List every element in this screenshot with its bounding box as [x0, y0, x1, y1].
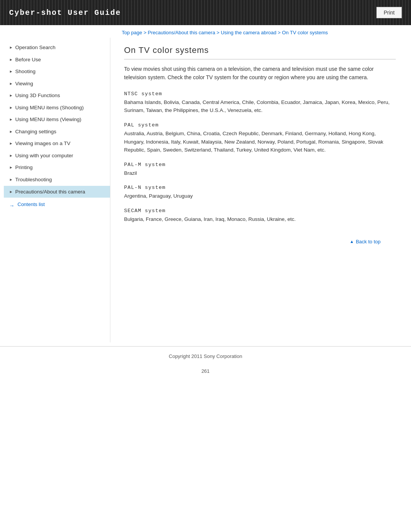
- palm-system-name: PAL-M system: [124, 162, 396, 168]
- chevron-right-icon: ►: [9, 117, 13, 122]
- sidebar-item-label: Shooting: [15, 68, 106, 75]
- sidebar-item-menu-viewing[interactable]: ► Using MENU items (Viewing): [4, 113, 110, 126]
- chevron-right-icon: ►: [9, 153, 13, 158]
- ntsc-system-countries: Bahama Islands, Bolivia, Canada, Central…: [124, 98, 396, 115]
- pal-system-block: PAL system Australia, Austria, Belgium, …: [124, 122, 396, 154]
- sidebar-item-label: Using MENU items (Shooting): [15, 104, 106, 111]
- chevron-right-icon: ►: [9, 189, 13, 194]
- sidebar-item-viewing[interactable]: ► Viewing: [4, 78, 110, 90]
- sidebar-item-troubleshooting[interactable]: ► Troubleshooting: [4, 174, 110, 186]
- palm-system-block: PAL-M system Brazil: [124, 162, 396, 177]
- sidebar-item-shooting[interactable]: ► Shooting: [4, 66, 110, 78]
- sidebar-item-label: Viewing: [15, 80, 106, 87]
- chevron-right-icon: ►: [9, 57, 13, 62]
- breadcrumb-precautions[interactable]: Precautions/About this camera: [148, 30, 215, 35]
- breadcrumb-top-page[interactable]: Top page: [122, 30, 142, 35]
- sidebar-item-label: Using 3D Functions: [15, 92, 106, 99]
- footer: Copyright 2011 Sony Corporation: [0, 346, 411, 363]
- sidebar-item-label: Operation Search: [15, 44, 106, 51]
- ntsc-system-block: NTSC system Bahama Islands, Bolivia, Can…: [124, 91, 396, 115]
- sidebar-item-printing[interactable]: ► Printing: [4, 161, 110, 174]
- sidebar-item-label: Troubleshooting: [15, 176, 106, 183]
- paln-system-name: PAL-N system: [124, 185, 396, 190]
- chevron-right-icon: ►: [9, 129, 13, 134]
- sidebar-item-menu-shooting[interactable]: ► Using MENU items (Shooting): [4, 102, 110, 114]
- header: Cyber-shot User Guide Print: [0, 0, 411, 25]
- secam-system-block: SECAM system Bulgaria, France, Greece, G…: [124, 208, 396, 224]
- print-button[interactable]: Print: [376, 7, 402, 18]
- sidebar-item-before-use[interactable]: ► Before Use: [4, 54, 110, 66]
- sidebar-item-label: Precautions/About this camera: [15, 189, 106, 195]
- secam-system-name: SECAM system: [124, 208, 396, 214]
- chevron-right-icon: ►: [9, 93, 13, 98]
- paln-system-block: PAL-N system Argentina, Paraguay, Urugua…: [124, 185, 396, 200]
- sidebar-item-label: Using with your computer: [15, 152, 106, 159]
- back-to-top-link[interactable]: Back to top: [350, 239, 381, 244]
- sidebar-item-label: Using MENU items (Viewing): [15, 116, 106, 123]
- sidebar-item-viewing-images-tv[interactable]: ► Viewing images on a TV: [4, 137, 110, 150]
- chevron-right-icon: ►: [9, 177, 13, 182]
- pal-system-name: PAL system: [124, 122, 396, 128]
- sidebar-item-using-computer[interactable]: ► Using with your computer: [4, 150, 110, 162]
- paln-system-countries: Argentina, Paraguay, Uruguay: [124, 192, 396, 200]
- chevron-right-icon: ►: [9, 45, 13, 50]
- secam-system-countries: Bulgaria, France, Greece, Guiana, Iran, …: [124, 215, 396, 224]
- sidebar-item-using-3d[interactable]: ► Using 3D Functions: [4, 89, 110, 102]
- sidebar-item-label: Viewing images on a TV: [15, 140, 106, 147]
- breadcrumb-using-abroad[interactable]: Using the camera abroad: [221, 30, 276, 35]
- chevron-right-icon: ►: [9, 105, 13, 110]
- chevron-right-icon: ►: [9, 141, 13, 146]
- back-to-top-row: Back to top: [124, 231, 396, 248]
- sidebar-item-label: Changing settings: [15, 128, 106, 135]
- copyright-text: Copyright 2011 Sony Corporation: [169, 353, 242, 359]
- sidebar: ► Operation Search ► Before Use ► Shooti…: [0, 38, 110, 342]
- sidebar-item-precautions[interactable]: ► Precautions/About this camera: [4, 186, 110, 198]
- ntsc-system-name: NTSC system: [124, 91, 396, 97]
- chevron-right-icon: ►: [9, 69, 13, 74]
- main-layout: ► Operation Search ► Before Use ► Shooti…: [0, 38, 411, 342]
- arrow-right-icon: [9, 203, 15, 206]
- chevron-right-icon: ►: [9, 165, 13, 170]
- sidebar-item-label: Before Use: [15, 56, 106, 63]
- breadcrumb-on-tv-color[interactable]: On TV color systems: [282, 30, 328, 35]
- palm-system-countries: Brazil: [124, 169, 396, 177]
- contents-list-label: Contents list: [18, 201, 45, 207]
- sidebar-item-label: Printing: [15, 164, 106, 171]
- back-to-top-label: Back to top: [356, 239, 381, 244]
- page-title: On TV color systems: [124, 45, 396, 59]
- page-number: 261: [0, 363, 411, 378]
- breadcrumb: Top page > Precautions/About this camera…: [0, 25, 411, 38]
- sidebar-item-changing-settings[interactable]: ► Changing settings: [4, 126, 110, 138]
- sidebar-item-operation-search[interactable]: ► Operation Search: [4, 42, 110, 54]
- intro-text: To view movies shot using this camera on…: [124, 65, 396, 82]
- contents-list-link[interactable]: Contents list: [4, 198, 110, 209]
- app-title: Cyber-shot User Guide: [9, 8, 121, 17]
- chevron-right-icon: ►: [9, 81, 13, 86]
- pal-system-countries: Australia, Austria, Belgium, China, Croa…: [124, 129, 396, 154]
- content-area: On TV color systems To view movies shot …: [110, 38, 411, 342]
